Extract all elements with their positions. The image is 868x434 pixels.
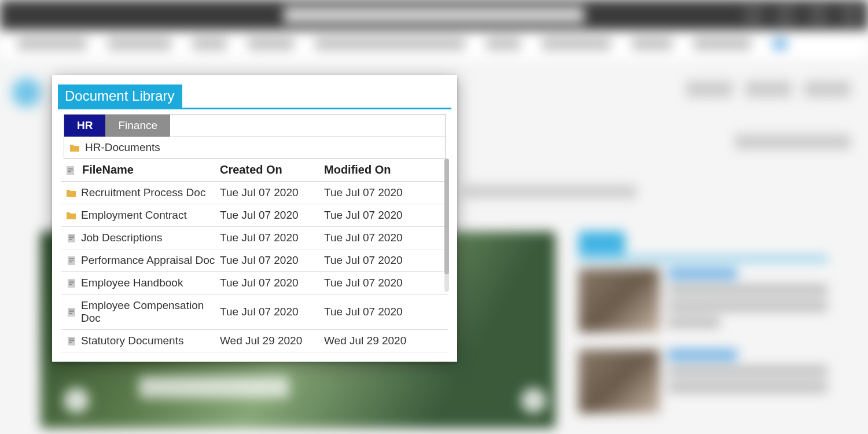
table-row[interactable]: Statutory DocumentsWed Jul 29 2020Wed Ju… [61, 330, 448, 352]
svg-rect-11 [69, 262, 72, 262]
header-created-on[interactable]: Created On [220, 163, 324, 176]
svg-rect-19 [69, 313, 72, 314]
svg-rect-16 [68, 308, 75, 317]
cell-modified-on: Tue Jul 07 2020 [324, 186, 428, 199]
document-icon [61, 337, 81, 345]
svg-rect-17 [69, 310, 74, 310]
folder-icon [61, 189, 81, 197]
cell-filename: Employee Handbook [81, 277, 220, 289]
cell-filename: Employee Compensation Doc [81, 299, 220, 325]
svg-rect-21 [69, 339, 74, 339]
cell-created-on: Tue Jul 07 2020 [220, 209, 324, 222]
cell-modified-on: Tue Jul 07 2020 [324, 254, 428, 267]
scrollbar[interactable] [444, 159, 449, 292]
svg-rect-13 [69, 281, 74, 281]
cell-filename: Job Descriptions [81, 231, 220, 244]
header-icon-col [61, 166, 81, 174]
cell-filename: Employment Contract [81, 209, 220, 222]
cell-filename: Recruitment Process Doc [81, 186, 220, 199]
document-icon [61, 234, 81, 242]
svg-rect-9 [69, 258, 74, 259]
svg-rect-12 [68, 279, 75, 288]
cell-created-on: Tue Jul 07 2020 [220, 231, 324, 244]
svg-rect-14 [69, 282, 74, 283]
cell-created-on: Tue Jul 07 2020 [220, 277, 324, 289]
table-header: FileName Created On Modified On [61, 159, 448, 182]
cell-created-on: Tue Jul 07 2020 [220, 306, 324, 318]
panel-title: Document Library [58, 84, 182, 108]
current-folder-label: HR-Documents [85, 141, 160, 154]
svg-rect-8 [68, 256, 75, 265]
svg-rect-23 [69, 342, 72, 343]
tabs-row: HR Finance [64, 115, 445, 137]
svg-rect-2 [68, 170, 73, 170]
document-table: FileName Created On Modified On Recruitm… [61, 159, 448, 352]
document-library-panel: Document Library HR Finance HR-Documents… [52, 75, 457, 362]
svg-rect-7 [69, 239, 72, 240]
document-icon [61, 256, 81, 265]
tab-hr[interactable]: HR [64, 115, 105, 137]
cell-modified-on: Wed Jul 29 2020 [324, 334, 428, 347]
svg-rect-6 [69, 237, 74, 238]
svg-rect-15 [69, 284, 72, 285]
document-icon [67, 166, 76, 174]
current-folder-row[interactable]: HR-Documents [64, 137, 445, 158]
table-row[interactable]: Job DescriptionsTue Jul 07 2020Tue Jul 0… [61, 227, 448, 249]
svg-rect-4 [68, 234, 75, 242]
cell-created-on: Tue Jul 07 2020 [220, 186, 324, 199]
table-row[interactable]: Recruitment Process DocTue Jul 07 2020Tu… [61, 182, 448, 204]
svg-rect-10 [69, 260, 74, 260]
panel-title-bar: Document Library [58, 84, 451, 109]
svg-rect-3 [68, 171, 71, 172]
cell-created-on: Tue Jul 07 2020 [220, 254, 324, 267]
svg-rect-0 [67, 166, 74, 175]
svg-rect-22 [69, 340, 74, 341]
cell-filename: Statutory Documents [81, 334, 220, 347]
cell-modified-on: Tue Jul 07 2020 [324, 231, 428, 244]
cell-modified-on: Tue Jul 07 2020 [324, 277, 428, 289]
document-icon [61, 308, 81, 317]
cell-modified-on: Tue Jul 07 2020 [324, 209, 428, 222]
cell-created-on: Wed Jul 29 2020 [220, 334, 324, 347]
tab-finance[interactable]: Finance [105, 115, 170, 137]
table-row[interactable]: Employee HandbookTue Jul 07 2020Tue Jul … [61, 272, 448, 295]
folder-icon [61, 211, 81, 219]
table-row[interactable]: Employment ContractTue Jul 07 2020Tue Ju… [61, 204, 448, 227]
svg-rect-1 [68, 168, 73, 168]
svg-rect-18 [69, 311, 74, 312]
svg-rect-20 [68, 337, 75, 345]
folder-icon [70, 144, 79, 152]
header-filename[interactable]: FileName [81, 163, 220, 176]
header-modified-on[interactable]: Modified On [324, 163, 428, 176]
svg-rect-5 [69, 236, 74, 236]
tabs-box: HR Finance HR-Documents [64, 114, 446, 159]
cell-modified-on: Tue Jul 07 2020 [324, 306, 428, 318]
document-icon [61, 279, 81, 288]
table-row[interactable]: Employee Compensation DocTue Jul 07 2020… [61, 295, 448, 330]
table-row[interactable]: Performance Appraisal DocTue Jul 07 2020… [61, 249, 448, 272]
cell-filename: Performance Appraisal Doc [81, 254, 220, 267]
